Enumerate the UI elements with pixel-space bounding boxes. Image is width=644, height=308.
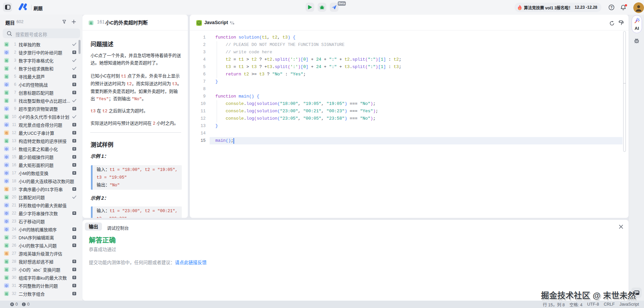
svg-text:?: ? [610,5,612,9]
svg-text:JS: JS [198,22,200,24]
